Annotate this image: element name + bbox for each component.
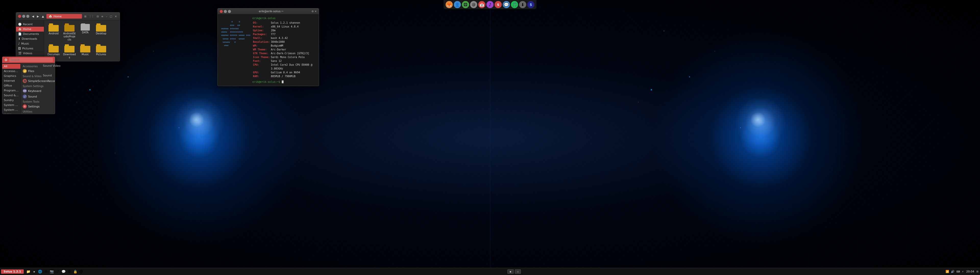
close-button[interactable] xyxy=(18,15,21,18)
terminal-close-x[interactable]: ✕ xyxy=(315,10,317,13)
app-search-input[interactable] xyxy=(9,58,53,62)
category-system-settings[interactable]: System Settings xyxy=(2,103,21,107)
start-button[interactable]: Solus 1.2.1 xyxy=(1,269,24,274)
category-utilities[interactable]: Utilities xyxy=(2,112,21,114)
tray-extra-icon[interactable]: ⊞ xyxy=(977,270,978,273)
info-row-wmtheme: WM Theme: Arc-Darker xyxy=(252,47,317,51)
file-item-androidstudio[interactable]: AndroidStudioProjects xyxy=(62,22,77,42)
back-button[interactable]: ◀ xyxy=(31,14,35,18)
maximize-button[interactable] xyxy=(26,15,29,18)
info-row-font: Font: Sans 12 xyxy=(252,59,317,63)
info-row-wm: WM: BudgieWM xyxy=(252,44,317,47)
info-row-gpu: GPU: Gallium 0.4 on NV94 xyxy=(252,71,317,74)
new-tab-button[interactable]: ⊞ xyxy=(83,15,87,18)
taskbar-filemanager-icon[interactable]: 📁 xyxy=(26,269,31,274)
file-label-pictures: Pictures xyxy=(96,53,106,56)
keyboard-tray-icon[interactable]: ⌨ xyxy=(956,270,960,273)
app-item-settings[interactable]: ⚙ Settings xyxy=(21,104,55,109)
category-accessories[interactable]: Accessories xyxy=(2,69,21,74)
category-sundry[interactable]: Sundry xyxy=(2,98,21,103)
sidebar-item-pictures[interactable]: 🖼 Pictures xyxy=(16,46,44,51)
category-graphics[interactable]: Graphics xyxy=(2,74,21,78)
wm-val: BudgieWM xyxy=(270,44,317,47)
app-item-files[interactable]: 📁 Files xyxy=(21,68,55,74)
titlebar-buttons xyxy=(18,15,29,18)
taskbar-lock-icon[interactable]: 🔒 xyxy=(73,269,78,274)
solus-dock-icon[interactable]: S xyxy=(495,1,502,8)
location-bar[interactable]: 🏠 Home xyxy=(46,14,82,19)
battery-tray-icon[interactable]: ⚡ xyxy=(961,270,964,273)
app-item-tweaktool[interactable]: 🔧 Tweak Tool xyxy=(21,114,55,114)
taskbar-email-icon[interactable]: @ xyxy=(67,269,72,274)
category-programming[interactable]: Programming xyxy=(2,88,21,93)
dollar-dock-icon[interactable]: $ xyxy=(527,1,535,8)
terminal-settings-icon[interactable]: ⚙ xyxy=(312,10,314,13)
app-item-keyboard[interactable]: ⌨ Keyboard xyxy=(21,88,55,94)
email-dock-icon[interactable]: @ xyxy=(470,1,477,8)
category-sound-video[interactable]: Sound & Video xyxy=(2,93,21,98)
clock-display: 20:04 xyxy=(965,270,975,273)
sidebar-item-recent[interactable]: 🕐 Recent xyxy=(16,22,44,27)
taskbar-screenshot-icon[interactable]: 📷 xyxy=(49,269,54,274)
section-accessories-header: Accessories xyxy=(21,64,55,68)
category-all[interactable]: All xyxy=(2,64,21,69)
pictures-icon: 🖼 xyxy=(18,47,21,50)
documents-icon: 📄 xyxy=(18,32,22,36)
taskbar-music-icon[interactable]: ♪ xyxy=(55,269,60,274)
calendar-dock-icon[interactable]: 📅 xyxy=(478,1,485,8)
taskbar-chat-icon[interactable]: 💬 xyxy=(61,269,66,274)
terminal-prompt-line[interactable]: erik@erik-solus:~$ xyxy=(252,80,317,84)
file-item-android[interactable]: Android xyxy=(46,22,61,42)
chat-dock-icon[interactable]: 💬 xyxy=(503,1,510,8)
taskbar-power-icon[interactable]: ⏻ xyxy=(79,269,84,274)
spotify-dock-icon[interactable]: 🎵 xyxy=(511,1,518,8)
window-max[interactable]: □ xyxy=(109,15,113,18)
screen-divider xyxy=(490,0,490,275)
taskbar-browser-icon[interactable]: 🌐 xyxy=(38,269,43,274)
info-row-cpu: CPU: Intel Core2 Duo CPU E8400 @ 3.003GH… xyxy=(252,63,317,71)
file-label-desktop: Desktop xyxy=(96,32,106,35)
window-close[interactable]: ✕ xyxy=(114,15,118,18)
app-item-sound[interactable]: 🔊 Sound xyxy=(21,94,55,99)
category-office[interactable]: Office xyxy=(2,83,21,88)
terminal-max-button[interactable] xyxy=(228,10,231,13)
file-item-downloads[interactable]: Downloads xyxy=(62,43,77,61)
sidebar-item-downloads[interactable]: ⬇ Downloads xyxy=(16,36,44,41)
window-btn-icon: ▫ xyxy=(517,270,519,273)
taskbar-terminal-icon[interactable]: ▪ xyxy=(32,269,37,274)
app-menu-logo: ⚙ xyxy=(4,58,8,62)
minimize-button[interactable] xyxy=(22,15,25,18)
screencap-label: SimpleScreenRecorder xyxy=(28,79,55,83)
file-item-music[interactable]: Music xyxy=(78,43,93,61)
network-tray-icon[interactable]: 📶 xyxy=(945,270,950,273)
category-system-tools[interactable]: System Tools xyxy=(2,107,21,112)
download-dock-icon[interactable]: ⬇ xyxy=(519,1,526,8)
volume-tray-icon[interactable]: 🔊 xyxy=(950,270,955,273)
taskbar-window-btn[interactable]: ▫ xyxy=(515,269,521,274)
terminal-min-button[interactable] xyxy=(224,10,227,13)
forward-button[interactable]: ▶ xyxy=(36,14,40,18)
app-list-panel: Accessories 📁 Files Sound & Video 🎥 Simp… xyxy=(21,63,55,114)
category-internet[interactable]: Internet xyxy=(2,78,21,83)
sidebar-item-music[interactable]: ♪ Music xyxy=(16,41,44,46)
sidebar-item-documents[interactable]: 📄 Documents xyxy=(16,32,44,36)
music-dock-icon[interactable]: ♪ xyxy=(487,1,493,8)
taskbar-desktop-btn[interactable]: ▪ xyxy=(508,269,514,274)
terminal-close-button[interactable] xyxy=(220,10,223,13)
file-item-desktop[interactable]: Desktop xyxy=(94,22,108,42)
app-item-screencap[interactable]: 🎥 SimpleScreenRecorder xyxy=(21,78,55,84)
window-min[interactable]: – xyxy=(105,15,108,18)
up-button[interactable]: ▲ xyxy=(41,14,45,18)
file-item-pictures[interactable]: Pictures xyxy=(94,43,108,61)
split-button[interactable]: ⊟ xyxy=(96,15,99,18)
photos-dock-icon[interactable]: 🖼 xyxy=(462,1,469,8)
music-label: Music xyxy=(21,42,29,45)
taskbar-settings-icon[interactable]: ⚙ xyxy=(43,269,48,274)
toolbar-button[interactable]: ≡ xyxy=(100,15,104,18)
view-button[interactable]: ⋮⋮ xyxy=(88,15,95,18)
user-dock-icon[interactable]: 👤 xyxy=(454,1,461,8)
firefox-dock-icon[interactable]: 🦊 xyxy=(445,1,453,8)
file-item-data[interactable]: DATA xyxy=(78,22,93,42)
sidebar-item-videos[interactable]: 🎬 Videos xyxy=(16,51,44,56)
sidebar-item-home[interactable]: 🏠 Home xyxy=(16,27,44,32)
